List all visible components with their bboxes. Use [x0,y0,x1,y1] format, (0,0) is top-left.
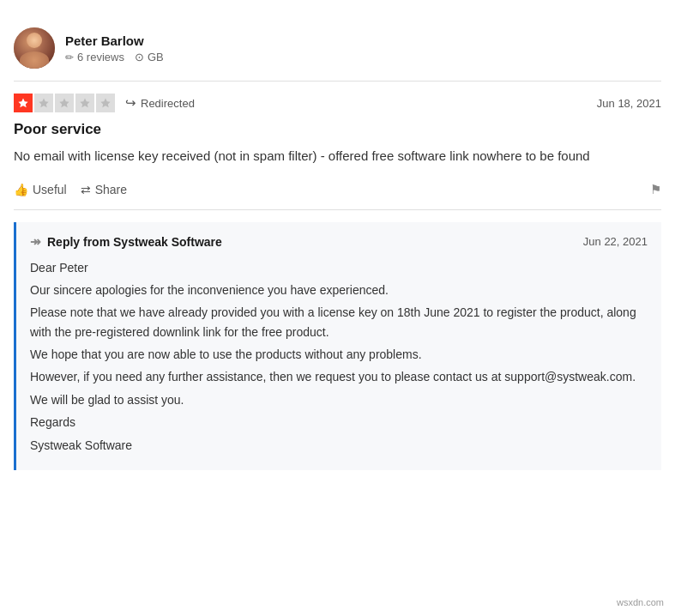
svg-marker-3 [80,98,89,107]
pencil-icon [65,51,74,63]
share-button[interactable]: Share [81,183,127,196]
reply-line-6: We will be glad to assist you. [30,390,648,409]
reply-line-8: Systweak Software [30,436,648,455]
review-body: No email with license key received (not … [14,147,661,166]
reply-line-2: Our sincere apologies for the inconvenie… [30,281,648,299]
actions-row: Useful Share [14,182,661,210]
reply-line-5: However, if you need any further assista… [30,367,648,386]
flag-icon [650,182,661,196]
country-meta: GB [135,51,164,63]
redirect-icon [125,95,136,111]
star-2 [34,94,53,112]
star-5 [96,94,115,112]
avatar [14,27,55,69]
reviews-count: 6 reviews [77,51,124,63]
svg-marker-1 [39,98,48,107]
reply-line-4: We hope that you are now able to use the… [30,345,648,364]
redirected-badge: Redirected [125,95,195,111]
reply-line-3: Please note that we have already provide… [30,303,648,341]
country-code: GB [148,51,164,63]
actions-left: Useful Share [14,183,127,196]
useful-button[interactable]: Useful [14,183,67,196]
location-icon [135,51,144,63]
star-rating [14,94,115,112]
reply-header: Reply from Systweak Software Jun 22, 202… [30,234,648,250]
reviews-meta: 6 reviews [65,51,124,63]
svg-marker-2 [59,98,69,107]
review-title: Poor service [14,121,661,138]
share-label: Share [95,183,127,196]
review-meta-row: Redirected Jun 18, 2021 [14,94,661,112]
review-card: Peter Barlow 6 reviews GB [14,14,661,484]
thumb-icon [14,183,28,196]
reply-from-label: Reply from Systweak Software [47,235,222,249]
svg-marker-0 [18,98,27,107]
reply-section: Reply from Systweak Software Jun 22, 202… [14,222,661,471]
reply-body: Dear Peter Our sincere apologies for the… [30,258,648,456]
star-3 [55,94,74,112]
top-divider [14,81,661,82]
reply-line-1: Dear Peter [30,258,648,277]
redirected-label: Redirected [141,97,195,110]
reply-arrow-icon [30,234,41,250]
svg-marker-4 [100,98,110,107]
share-icon [81,183,91,196]
star-4 [75,94,94,112]
reply-line-7: Regards [30,413,648,432]
flag-button[interactable] [650,182,661,197]
user-meta: 6 reviews GB [65,51,164,63]
star-1 [14,94,33,112]
reply-date: Jun 22, 2021 [583,235,648,248]
user-header: Peter Barlow 6 reviews GB [14,27,661,69]
user-name: Peter Barlow [65,33,164,48]
review-meta-left: Redirected [14,94,195,112]
useful-label: Useful [33,183,67,196]
user-info: Peter Barlow 6 reviews GB [65,33,164,63]
review-date: Jun 18, 2021 [597,97,661,110]
reply-from: Reply from Systweak Software [30,234,222,250]
